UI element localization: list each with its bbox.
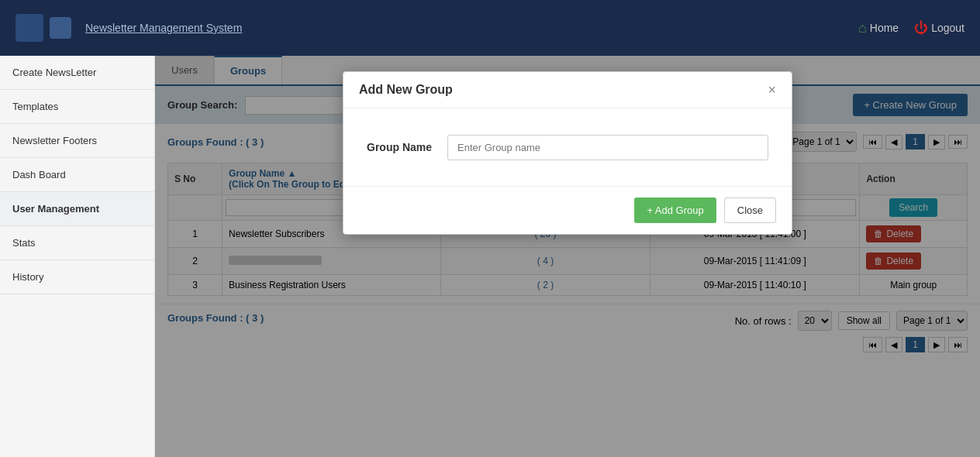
modal-footer: + Add Group Close <box>343 186 792 234</box>
home-icon: ⌂ <box>858 20 867 36</box>
sidebar-item-label: History <box>12 271 43 283</box>
add-new-group-modal: Add New Group × Group Name + Add Group C… <box>343 71 792 235</box>
logout-icon: ⏻ <box>914 20 928 36</box>
group-name-input[interactable] <box>447 135 768 160</box>
sidebar-item-stats[interactable]: Stats <box>0 226 154 260</box>
sidebar-item-label: Templates <box>12 101 58 112</box>
sidebar-item-label: Dash Board <box>12 169 66 180</box>
logo-box-1 <box>16 14 43 42</box>
logo-area: Newsletter Management System <box>16 14 242 42</box>
modal-body: Group Name <box>343 108 792 186</box>
sidebar-item-newsletter-footers[interactable]: Newsletter Footers <box>0 124 154 158</box>
header-title: Newsletter Management System <box>85 22 242 34</box>
home-link[interactable]: ⌂ Home <box>858 20 899 36</box>
modal-close-x-button[interactable]: × <box>768 83 776 97</box>
sidebar-item-label: Create NewsLetter <box>12 67 96 78</box>
logo-box-2 <box>50 17 71 39</box>
logout-link[interactable]: ⏻ Logout <box>914 20 964 36</box>
sidebar-item-dash-board[interactable]: Dash Board <box>0 158 154 192</box>
modal-header: Add New Group × <box>343 72 792 108</box>
layout: Create NewsLetter Templates Newsletter F… <box>0 56 980 457</box>
sidebar-item-create-newsletter[interactable]: Create NewsLetter <box>0 56 154 90</box>
sidebar-item-label: User Management <box>12 203 99 215</box>
page-container: Newsletter Management System ⌂ Home ⏻ Lo… <box>0 0 980 457</box>
sidebar-item-label: Stats <box>12 237 36 249</box>
sidebar-item-history[interactable]: History <box>0 260 154 294</box>
sidebar-item-user-management[interactable]: User Management <box>0 192 154 226</box>
sidebar-item-templates[interactable]: Templates <box>0 90 154 124</box>
modal-overlay: Add New Group × Group Name + Add Group C… <box>155 56 980 457</box>
close-modal-button[interactable]: Close <box>724 198 776 223</box>
group-name-label: Group Name <box>367 141 432 153</box>
logout-label: Logout <box>931 22 964 34</box>
header-nav: ⌂ Home ⏻ Logout <box>858 20 964 36</box>
modal-title: Add New Group <box>359 83 453 97</box>
sidebar-item-label: Newsletter Footers <box>12 135 97 146</box>
main-content: Users Groups Group Search: + Create New … <box>155 56 980 457</box>
add-group-button[interactable]: + Add Group <box>634 198 716 223</box>
header: Newsletter Management System ⌂ Home ⏻ Lo… <box>0 0 980 56</box>
home-label: Home <box>870 22 899 34</box>
sidebar: Create NewsLetter Templates Newsletter F… <box>0 56 155 457</box>
